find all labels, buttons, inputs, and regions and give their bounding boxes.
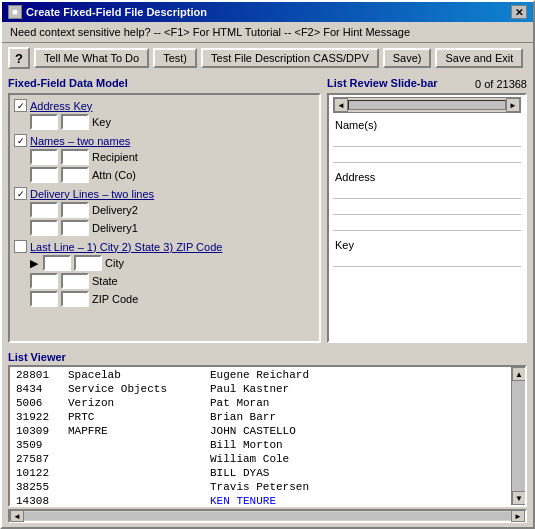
state-row: State — [30, 273, 315, 289]
title-bar-left: ■ Create Fixed-Field File Description — [8, 5, 207, 19]
address-key-row: Address Key — [14, 99, 315, 112]
left-panel: Fixed-Field Data Model Address Key Key — [8, 77, 321, 343]
list-review-count: 0 of 21368 — [475, 78, 527, 90]
key-label: Key — [92, 116, 111, 128]
last-line-label[interactable]: Last Line – 1) City 2) State 3) ZIP Code — [30, 241, 222, 253]
list-item[interactable]: 10309MAPFREJOHN CASTELLO — [12, 425, 523, 437]
state-input-2[interactable] — [61, 273, 89, 289]
address-review-line — [333, 185, 521, 199]
list-viewer-scrollbar[interactable]: ▲ ▼ — [511, 367, 525, 505]
delivery2-label: Delivery2 — [92, 204, 138, 216]
delivery2-input-1[interactable] — [30, 202, 58, 218]
names-section: Name(s) — [333, 119, 521, 163]
attn-label: Attn (Co) — [92, 169, 136, 181]
address-key-checkbox[interactable] — [14, 99, 27, 112]
list-item[interactable]: 31922PRTCBrian Barr — [12, 411, 523, 423]
key-review-label: Key — [333, 238, 356, 252]
attn-input-2[interactable] — [61, 167, 89, 183]
right-panel: List Review Slide-bar 0 of 21368 ◄ ► Nam… — [327, 77, 527, 343]
address-review-label: Address — [333, 170, 377, 184]
attn-input-1[interactable] — [30, 167, 58, 183]
scroll-track — [348, 100, 506, 110]
save-button[interactable]: Save) — [383, 48, 432, 68]
names-review-line2 — [333, 149, 521, 163]
h-scroll-left-arrow[interactable]: ◄ — [10, 510, 24, 522]
scroll-right-arrow[interactable]: ► — [506, 98, 520, 112]
zip-label: ZIP Code — [92, 293, 138, 305]
list-item[interactable]: 14308KEN TENURE — [12, 495, 523, 507]
list-review-scrollbar[interactable]: ◄ ► — [333, 97, 521, 113]
delivery-lines-checkbox[interactable] — [14, 187, 27, 200]
group-last-line: Last Line – 1) City 2) State 3) ZIP Code… — [14, 240, 315, 307]
title-bar: ■ Create Fixed-Field File Description ✕ — [2, 2, 533, 22]
key-input-2[interactable] — [61, 114, 89, 130]
group-address-key: Address Key Key — [14, 99, 315, 130]
list-item[interactable]: 38255Travis Petersen — [12, 481, 523, 493]
tell-me-button[interactable]: Tell Me What To Do — [34, 48, 149, 68]
list-viewer-table: 28801SpacelabEugene Reichard8434Service … — [10, 367, 525, 507]
scroll-down-arrow[interactable]: ▼ — [512, 491, 526, 505]
names-review-label: Name(s) — [333, 118, 379, 132]
delivery2-row: Delivery2 — [30, 202, 315, 218]
city-input-2[interactable] — [74, 255, 102, 271]
recipient-row: Recipient — [30, 149, 315, 165]
test-cass-button[interactable]: Test File Description CASS/DPV — [201, 48, 379, 68]
key-input-1[interactable] — [30, 114, 58, 130]
list-review-content: Name(s) Address Key — [329, 115, 525, 341]
recipient-input-2[interactable] — [61, 149, 89, 165]
delivery-lines-row: Delivery Lines – two lines — [14, 187, 315, 200]
delivery1-input-1[interactable] — [30, 220, 58, 236]
zip-input-1[interactable] — [30, 291, 58, 307]
recipient-label: Recipient — [92, 151, 138, 163]
state-label: State — [92, 275, 118, 287]
help-bar: Need context sensitive help? -- <F1> For… — [2, 22, 533, 43]
state-input-1[interactable] — [30, 273, 58, 289]
address-key-label[interactable]: Address Key — [30, 100, 92, 112]
fixed-field-box: Address Key Key Names – two names — [8, 93, 321, 343]
h-scroll-track — [24, 512, 511, 520]
delivery2-input-2[interactable] — [61, 202, 89, 218]
scroll-left-arrow[interactable]: ◄ — [334, 98, 348, 112]
key-sub-row: Key — [30, 114, 315, 130]
attn-row: Attn (Co) — [30, 167, 315, 183]
list-item[interactable]: 5006VerizonPat Moran — [12, 397, 523, 409]
delivery-lines-label[interactable]: Delivery Lines – two lines — [30, 188, 154, 200]
zip-input-2[interactable] — [61, 291, 89, 307]
list-item[interactable]: 3509Bill Morton — [12, 439, 523, 451]
address-section: Address — [333, 171, 521, 231]
key-section: Key — [333, 239, 521, 267]
zip-row: ZIP Code — [30, 291, 315, 307]
fixed-field-header: Fixed-Field Data Model — [8, 77, 321, 89]
names-label[interactable]: Names – two names — [30, 135, 130, 147]
scroll-up-arrow[interactable]: ▲ — [512, 367, 526, 381]
window-icon: ■ — [8, 5, 22, 19]
list-item[interactable]: 27587William Cole — [12, 453, 523, 465]
main-window: ■ Create Fixed-Field File Description ✕ … — [0, 0, 535, 529]
city-label: City — [105, 257, 124, 269]
list-item[interactable]: 10122BILL DYAS — [12, 467, 523, 479]
h-scroll-right-arrow[interactable]: ► — [511, 510, 525, 522]
bottom-section: List Viewer 28801SpacelabEugene Reichard… — [2, 347, 533, 527]
last-line-row: Last Line – 1) City 2) State 3) ZIP Code — [14, 240, 315, 253]
group-delivery-lines: Delivery Lines – two lines Delivery2 Del… — [14, 187, 315, 236]
delivery1-label: Delivery1 — [92, 222, 138, 234]
bottom-scrollbar[interactable]: ◄ ► — [8, 509, 527, 523]
list-viewer-header: List Viewer — [8, 351, 527, 363]
group-names: Names – two names Recipient Attn (Co) — [14, 134, 315, 183]
list-item[interactable]: 8434Service ObjectsPaul Kastner — [12, 383, 523, 395]
last-line-checkbox[interactable] — [14, 240, 27, 253]
list-item[interactable]: 28801SpacelabEugene Reichard — [12, 369, 523, 381]
names-checkbox[interactable] — [14, 134, 27, 147]
close-button[interactable]: ✕ — [511, 5, 527, 19]
scroll-thumb — [512, 381, 525, 491]
names-row: Names – two names — [14, 134, 315, 147]
question-button[interactable]: ? — [8, 47, 30, 69]
window-title: Create Fixed-Field File Description — [26, 6, 207, 18]
save-exit-button[interactable]: Save and Exit — [435, 48, 523, 68]
city-row: ▶ City — [30, 255, 315, 271]
city-input-1[interactable] — [43, 255, 71, 271]
test-button[interactable]: Test) — [153, 48, 197, 68]
recipient-input-1[interactable] — [30, 149, 58, 165]
list-viewer-box: 28801SpacelabEugene Reichard8434Service … — [8, 365, 527, 507]
delivery1-input-2[interactable] — [61, 220, 89, 236]
